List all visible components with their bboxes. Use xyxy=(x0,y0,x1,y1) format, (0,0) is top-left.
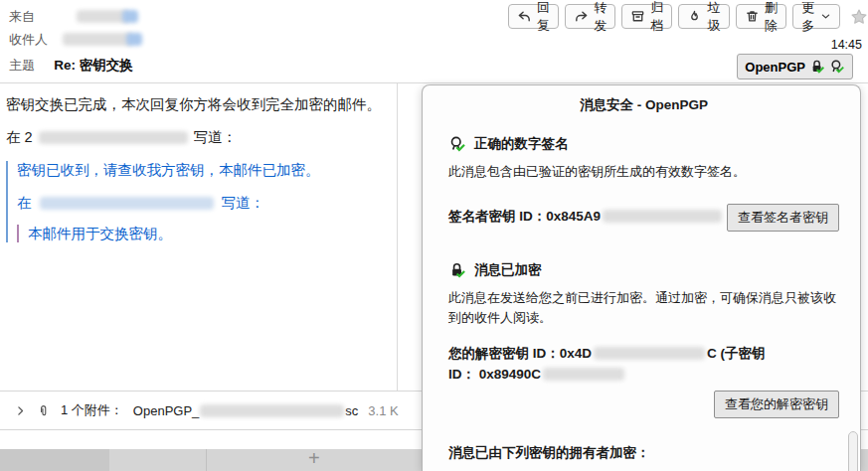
attachment-filename-suffix: sc xyxy=(345,403,358,418)
message-time: 14:45 xyxy=(831,38,862,52)
body-intro-text: 密钥交换已完成，本次回复你方将会收到完全加密的邮件。 xyxy=(6,95,396,113)
decryption-key-button-row: 查看您的解密密钥 xyxy=(448,391,839,418)
chevron-down-icon xyxy=(820,11,831,22)
redacted-to-address xyxy=(63,33,132,46)
to-label: 收件人 xyxy=(9,32,48,47)
subject-value: Re: 密钥交换 xyxy=(54,58,133,73)
forward-label: 转发 xyxy=(594,0,607,35)
message-security-panel: 消息安全 - OpenPGP 正确的数字签名 此消息包含由已验证的密钥所生成的有… xyxy=(422,84,861,471)
attachment-filename-prefix: OpenPGP_ xyxy=(133,403,200,418)
lock-check-icon xyxy=(448,261,466,279)
message-header: 来自 收件人 主题 Re: 密钥交换 回复 转发 归档 xyxy=(0,0,868,83)
quote1-attribution: 在 2写道： xyxy=(6,128,396,146)
quote2-text: 本邮件用于交换密钥。 xyxy=(28,225,396,242)
redacted-decryption-key xyxy=(594,347,705,360)
redacted-attachment-name xyxy=(200,404,344,417)
decryption-key-visible: 0x4D xyxy=(560,346,592,361)
redacted-to-address-tail xyxy=(126,33,142,46)
star-icon xyxy=(850,8,868,26)
quoted-message-level2: 本邮件用于交换密钥。 xyxy=(17,225,396,242)
signer-key-row: 签名者密钥 ID：0x845A9 查看签名者密钥 xyxy=(448,204,839,232)
more-label: 更多 xyxy=(801,0,815,35)
quote2-attr-prefix: 在 xyxy=(17,195,32,211)
lock-check-icon xyxy=(809,59,825,75)
tab-strip-divider xyxy=(206,449,207,471)
reply-button[interactable]: 回复 xyxy=(508,4,559,29)
redacted-signer-key xyxy=(603,210,722,223)
attachment-filename[interactable]: OpenPGP_sc xyxy=(133,403,359,418)
quote2-attr-suffix: 写道： xyxy=(222,195,265,211)
subject-label: 主题 xyxy=(9,58,35,73)
security-panel-title: 消息安全 - OpenPGP xyxy=(448,96,839,114)
paperclip-icon xyxy=(37,403,51,418)
background-tab-strip: + xyxy=(0,449,422,471)
seal-check-icon xyxy=(829,59,845,75)
redacted-subkey xyxy=(543,368,624,381)
message-window: 来自 收件人 主题 Re: 密钥交换 回复 转发 归档 xyxy=(0,0,868,471)
attachments-expander[interactable] xyxy=(14,404,27,417)
archive-label: 归档 xyxy=(650,0,663,35)
junk-button[interactable]: 垃圾 xyxy=(678,4,729,29)
signature-heading-text: 正确的数字签名 xyxy=(474,135,569,153)
quote2-attribution: 在写道： xyxy=(17,194,396,212)
quote1-text: 密钥已收到，请查收我方密钥，本邮件已加密。 xyxy=(17,161,396,179)
more-button[interactable]: 更多 xyxy=(792,4,840,29)
signer-key-id: 签名者密钥 ID：0x845A9 xyxy=(448,204,722,226)
from-label: 来自 xyxy=(9,9,35,24)
view-decryption-key-button[interactable]: 查看您的解密密钥 xyxy=(714,391,839,418)
archive-button[interactable]: 归档 xyxy=(621,4,672,29)
quote1-attr-suffix: 写道： xyxy=(194,129,238,145)
reply-label: 回复 xyxy=(537,0,550,35)
delete-icon xyxy=(745,9,760,24)
junk-icon xyxy=(687,9,702,24)
recipients-heading: 消息已由下列密钥的拥有者加密： xyxy=(448,444,839,462)
openpgp-status-button[interactable]: OpenPGP xyxy=(737,54,853,79)
decryption-key-label: 您的解密密钥 ID： xyxy=(448,346,560,361)
signature-section-heading: 正确的数字签名 xyxy=(448,135,839,153)
redacted-from-address xyxy=(77,10,128,23)
encryption-description: 此消息在发送给您之前已进行加密。通过加密，可确保消息只被该收到的收件人阅读。 xyxy=(448,288,839,328)
seal-check-icon xyxy=(448,135,466,153)
delete-button[interactable]: 删除 xyxy=(736,4,786,29)
quoted-message-level1: 密钥已收到，请查收我方密钥，本邮件已加密。 在写道： 本邮件用于交换密钥。 xyxy=(6,161,396,241)
subkey-visible: 0x89490C xyxy=(479,367,541,382)
reply-icon xyxy=(517,9,532,24)
message-pane-edge xyxy=(397,83,398,391)
encryption-section-heading: 消息已加密 xyxy=(448,261,839,279)
attachment-size: 3.1 K xyxy=(368,403,398,418)
delete-label: 删除 xyxy=(765,0,778,35)
signer-key-visible: 0x845A9 xyxy=(546,209,601,224)
forward-icon xyxy=(574,9,589,24)
to-row: 收件人 xyxy=(9,31,142,49)
encryption-heading-text: 消息已加密 xyxy=(474,261,542,279)
plus-icon[interactable]: + xyxy=(308,447,320,470)
redacted-quote2-sender xyxy=(40,197,214,210)
from-row: 来自 xyxy=(9,8,138,26)
background-tab-strip-right xyxy=(861,449,868,471)
message-toolbar: 回复 转发 归档 垃圾 删除 更多 xyxy=(508,4,868,29)
junk-label: 垃圾 xyxy=(707,0,720,35)
redacted-quote1-date xyxy=(39,131,188,144)
star-button[interactable] xyxy=(850,8,868,26)
signature-description: 此消息包含由已验证的密钥所生成的有效数字签名。 xyxy=(448,162,839,182)
view-signer-key-button[interactable]: 查看签名者密钥 xyxy=(727,204,839,232)
message-body: 密钥交换已完成，本次回复你方将会收到完全加密的邮件。 在 2写道： 密钥已收到，… xyxy=(6,95,396,248)
signer-key-label: 签名者密钥 ID： xyxy=(448,209,546,224)
subject-row: 主题 Re: 密钥交换 xyxy=(9,57,133,75)
quote1-attr-prefix: 在 2 xyxy=(6,129,33,145)
panel-scrollbar-thumb[interactable] xyxy=(848,431,858,471)
openpgp-label: OpenPGP xyxy=(745,60,805,75)
tab-strip-segment xyxy=(0,449,109,471)
archive-icon xyxy=(630,9,645,24)
decryption-key-id: 您的解密密钥 ID：0x4DC (子密钥 ID： 0x89490C xyxy=(448,344,839,386)
redacted-from-address-tail xyxy=(122,10,138,23)
forward-button[interactable]: 转发 xyxy=(565,4,615,29)
attachment-count: 1 个附件： xyxy=(61,401,123,419)
